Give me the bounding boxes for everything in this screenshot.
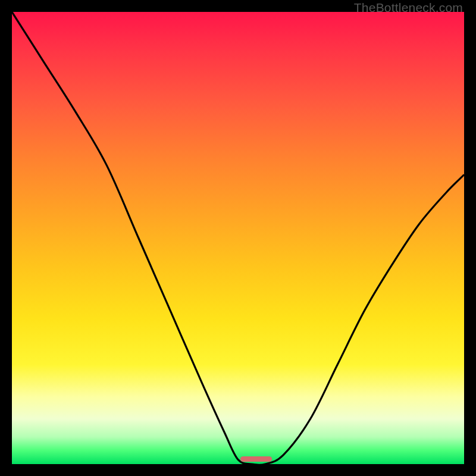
curve-path xyxy=(12,12,464,464)
bottleneck-curve xyxy=(12,12,464,464)
chart-frame: TheBottleneck.com xyxy=(0,0,476,476)
plot-area xyxy=(12,12,464,464)
watermark-text: TheBottleneck.com xyxy=(354,1,463,15)
optimal-marker xyxy=(240,456,272,462)
